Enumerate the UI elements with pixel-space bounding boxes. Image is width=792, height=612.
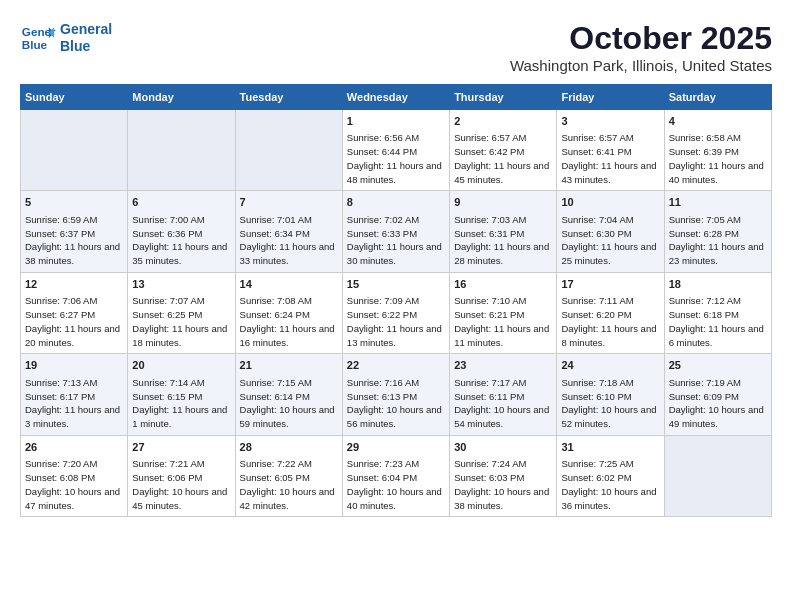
calendar-cell: 29Sunrise: 7:23 AM Sunset: 6:04 PM Dayli… (342, 435, 449, 516)
svg-text:Blue: Blue (22, 38, 48, 51)
day-info: Sunrise: 7:10 AM Sunset: 6:21 PM Dayligh… (454, 294, 552, 349)
calendar-cell: 12Sunrise: 7:06 AM Sunset: 6:27 PM Dayli… (21, 272, 128, 353)
day-number: 10 (561, 195, 659, 210)
day-info: Sunrise: 7:05 AM Sunset: 6:28 PM Dayligh… (669, 213, 767, 268)
calendar-cell: 27Sunrise: 7:21 AM Sunset: 6:06 PM Dayli… (128, 435, 235, 516)
day-number: 26 (25, 440, 123, 455)
calendar-cell: 26Sunrise: 7:20 AM Sunset: 6:08 PM Dayli… (21, 435, 128, 516)
day-number: 8 (347, 195, 445, 210)
day-number: 6 (132, 195, 230, 210)
day-number: 23 (454, 358, 552, 373)
day-info: Sunrise: 7:21 AM Sunset: 6:06 PM Dayligh… (132, 457, 230, 512)
calendar-cell: 15Sunrise: 7:09 AM Sunset: 6:22 PM Dayli… (342, 272, 449, 353)
calendar-table: SundayMondayTuesdayWednesdayThursdayFrid… (20, 84, 772, 517)
logo: General Blue General Blue (20, 20, 112, 56)
day-number: 25 (669, 358, 767, 373)
calendar-cell: 23Sunrise: 7:17 AM Sunset: 6:11 PM Dayli… (450, 354, 557, 435)
day-info: Sunrise: 6:59 AM Sunset: 6:37 PM Dayligh… (25, 213, 123, 268)
calendar-cell (664, 435, 771, 516)
day-info: Sunrise: 7:09 AM Sunset: 6:22 PM Dayligh… (347, 294, 445, 349)
calendar-cell: 14Sunrise: 7:08 AM Sunset: 6:24 PM Dayli… (235, 272, 342, 353)
day-number: 3 (561, 114, 659, 129)
day-info: Sunrise: 7:18 AM Sunset: 6:10 PM Dayligh… (561, 376, 659, 431)
calendar-cell: 2Sunrise: 6:57 AM Sunset: 6:42 PM Daylig… (450, 110, 557, 191)
day-info: Sunrise: 6:58 AM Sunset: 6:39 PM Dayligh… (669, 131, 767, 186)
day-number: 20 (132, 358, 230, 373)
day-info: Sunrise: 7:24 AM Sunset: 6:03 PM Dayligh… (454, 457, 552, 512)
calendar-cell: 21Sunrise: 7:15 AM Sunset: 6:14 PM Dayli… (235, 354, 342, 435)
logo-icon: General Blue (20, 20, 56, 56)
day-info: Sunrise: 7:12 AM Sunset: 6:18 PM Dayligh… (669, 294, 767, 349)
day-number: 30 (454, 440, 552, 455)
day-number: 4 (669, 114, 767, 129)
day-number: 7 (240, 195, 338, 210)
calendar-cell: 19Sunrise: 7:13 AM Sunset: 6:17 PM Dayli… (21, 354, 128, 435)
calendar-cell (128, 110, 235, 191)
day-number: 22 (347, 358, 445, 373)
day-info: Sunrise: 7:16 AM Sunset: 6:13 PM Dayligh… (347, 376, 445, 431)
day-info: Sunrise: 6:57 AM Sunset: 6:42 PM Dayligh… (454, 131, 552, 186)
calendar-week-1: 1Sunrise: 6:56 AM Sunset: 6:44 PM Daylig… (21, 110, 772, 191)
calendar-cell: 24Sunrise: 7:18 AM Sunset: 6:10 PM Dayli… (557, 354, 664, 435)
day-number: 13 (132, 277, 230, 292)
day-info: Sunrise: 7:06 AM Sunset: 6:27 PM Dayligh… (25, 294, 123, 349)
calendar-cell: 31Sunrise: 7:25 AM Sunset: 6:02 PM Dayli… (557, 435, 664, 516)
calendar-cell: 13Sunrise: 7:07 AM Sunset: 6:25 PM Dayli… (128, 272, 235, 353)
day-number: 28 (240, 440, 338, 455)
day-number: 12 (25, 277, 123, 292)
day-number: 18 (669, 277, 767, 292)
col-header-saturday: Saturday (664, 85, 771, 110)
day-info: Sunrise: 7:20 AM Sunset: 6:08 PM Dayligh… (25, 457, 123, 512)
calendar-cell: 17Sunrise: 7:11 AM Sunset: 6:20 PM Dayli… (557, 272, 664, 353)
col-header-sunday: Sunday (21, 85, 128, 110)
day-info: Sunrise: 7:01 AM Sunset: 6:34 PM Dayligh… (240, 213, 338, 268)
calendar-cell: 30Sunrise: 7:24 AM Sunset: 6:03 PM Dayli… (450, 435, 557, 516)
day-number: 24 (561, 358, 659, 373)
day-number: 15 (347, 277, 445, 292)
calendar-cell: 22Sunrise: 7:16 AM Sunset: 6:13 PM Dayli… (342, 354, 449, 435)
calendar-header-row: SundayMondayTuesdayWednesdayThursdayFrid… (21, 85, 772, 110)
day-number: 5 (25, 195, 123, 210)
day-info: Sunrise: 7:00 AM Sunset: 6:36 PM Dayligh… (132, 213, 230, 268)
calendar-cell: 4Sunrise: 6:58 AM Sunset: 6:39 PM Daylig… (664, 110, 771, 191)
calendar-cell: 18Sunrise: 7:12 AM Sunset: 6:18 PM Dayli… (664, 272, 771, 353)
day-info: Sunrise: 6:56 AM Sunset: 6:44 PM Dayligh… (347, 131, 445, 186)
title-block: October 2025 Washington Park, Illinois, … (510, 20, 772, 74)
day-number: 27 (132, 440, 230, 455)
day-info: Sunrise: 7:23 AM Sunset: 6:04 PM Dayligh… (347, 457, 445, 512)
calendar-week-3: 12Sunrise: 7:06 AM Sunset: 6:27 PM Dayli… (21, 272, 772, 353)
col-header-friday: Friday (557, 85, 664, 110)
day-info: Sunrise: 7:03 AM Sunset: 6:31 PM Dayligh… (454, 213, 552, 268)
calendar-week-4: 19Sunrise: 7:13 AM Sunset: 6:17 PM Dayli… (21, 354, 772, 435)
calendar-cell: 11Sunrise: 7:05 AM Sunset: 6:28 PM Dayli… (664, 191, 771, 272)
col-header-tuesday: Tuesday (235, 85, 342, 110)
day-number: 16 (454, 277, 552, 292)
day-number: 19 (25, 358, 123, 373)
calendar-cell: 1Sunrise: 6:56 AM Sunset: 6:44 PM Daylig… (342, 110, 449, 191)
calendar-cell: 20Sunrise: 7:14 AM Sunset: 6:15 PM Dayli… (128, 354, 235, 435)
calendar-cell: 9Sunrise: 7:03 AM Sunset: 6:31 PM Daylig… (450, 191, 557, 272)
day-info: Sunrise: 7:07 AM Sunset: 6:25 PM Dayligh… (132, 294, 230, 349)
day-info: Sunrise: 7:22 AM Sunset: 6:05 PM Dayligh… (240, 457, 338, 512)
col-header-wednesday: Wednesday (342, 85, 449, 110)
day-number: 29 (347, 440, 445, 455)
day-info: Sunrise: 7:08 AM Sunset: 6:24 PM Dayligh… (240, 294, 338, 349)
day-number: 2 (454, 114, 552, 129)
calendar-week-2: 5Sunrise: 6:59 AM Sunset: 6:37 PM Daylig… (21, 191, 772, 272)
calendar-cell: 28Sunrise: 7:22 AM Sunset: 6:05 PM Dayli… (235, 435, 342, 516)
calendar-cell: 16Sunrise: 7:10 AM Sunset: 6:21 PM Dayli… (450, 272, 557, 353)
day-info: Sunrise: 7:25 AM Sunset: 6:02 PM Dayligh… (561, 457, 659, 512)
day-info: Sunrise: 7:11 AM Sunset: 6:20 PM Dayligh… (561, 294, 659, 349)
day-number: 9 (454, 195, 552, 210)
page-title: October 2025 (510, 20, 772, 57)
day-number: 11 (669, 195, 767, 210)
day-number: 21 (240, 358, 338, 373)
page-header: General Blue General Blue October 2025 W… (20, 20, 772, 74)
calendar-cell (235, 110, 342, 191)
page-subtitle: Washington Park, Illinois, United States (510, 57, 772, 74)
day-info: Sunrise: 7:17 AM Sunset: 6:11 PM Dayligh… (454, 376, 552, 431)
calendar-cell: 5Sunrise: 6:59 AM Sunset: 6:37 PM Daylig… (21, 191, 128, 272)
calendar-cell: 7Sunrise: 7:01 AM Sunset: 6:34 PM Daylig… (235, 191, 342, 272)
calendar-cell: 6Sunrise: 7:00 AM Sunset: 6:36 PM Daylig… (128, 191, 235, 272)
day-info: Sunrise: 7:02 AM Sunset: 6:33 PM Dayligh… (347, 213, 445, 268)
